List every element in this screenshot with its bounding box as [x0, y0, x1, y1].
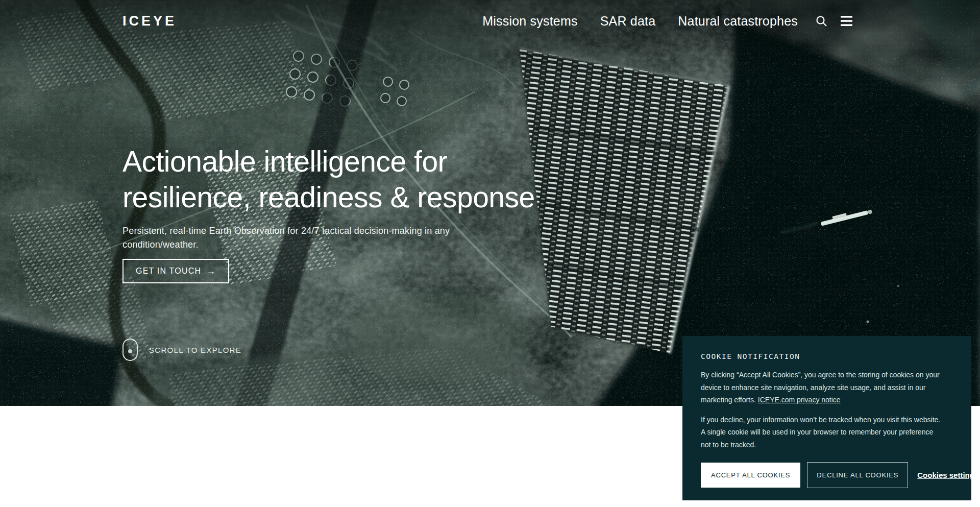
search-icon [815, 15, 827, 27]
search-button[interactable] [815, 15, 827, 27]
cookie-actions: ACCEPT ALL COOKIES DECLINE ALL COOKIES C… [701, 462, 952, 488]
accept-all-cookies-button[interactable]: ACCEPT ALL COOKIES [701, 463, 800, 488]
hero-copy: Actionable intelligence for resilience, … [122, 143, 638, 283]
nav-mission-systems[interactable]: Mission systems [482, 14, 577, 29]
privacy-notice-link[interactable]: ICEYE.com privacy notice [758, 396, 841, 404]
main-nav: Mission systems SAR data Natural catastr… [482, 14, 798, 29]
cookie-notification-panel: COOKIE NOTIFICATION By clicking “Accept … [682, 336, 971, 500]
cookie-title: COOKIE NOTIFICATION [701, 352, 952, 360]
cookie-paragraph-1: By clicking “Accept All Cookies”, you ag… [701, 369, 952, 406]
decline-all-cookies-button[interactable]: DECLINE ALL COOKIES [807, 462, 908, 488]
mouse-scroll-icon [122, 339, 138, 361]
nav-sar-data[interactable]: SAR data [600, 14, 656, 29]
mouse-scroll-dot [128, 349, 132, 353]
hero-heading: Actionable intelligence for resilience, … [122, 143, 638, 215]
cookie-paragraph-2: If you decline, your information won’t b… [701, 414, 952, 451]
cta-label: GET IN TOUCH [136, 267, 201, 276]
nav-natural-catastrophes[interactable]: Natural catastrophes [678, 14, 798, 29]
iceye-logo[interactable]: ICEYE [122, 13, 177, 29]
hamburger-menu-icon [841, 16, 852, 26]
menu-button[interactable] [841, 16, 852, 26]
cookies-settings-link[interactable]: Cookies settings [917, 471, 978, 479]
scroll-to-explore[interactable]: SCROLL TO EXPLORE [122, 339, 241, 361]
scroll-label: SCROLL TO EXPLORE [149, 346, 241, 354]
get-in-touch-button[interactable]: GET IN TOUCH→ [122, 259, 229, 283]
site-header: ICEYE Mission systems SAR data Natural c… [0, 0, 980, 42]
hero-subheading: Persistent, real-time Earth Observation … [122, 224, 638, 252]
arrow-right-icon: → [206, 267, 216, 275]
